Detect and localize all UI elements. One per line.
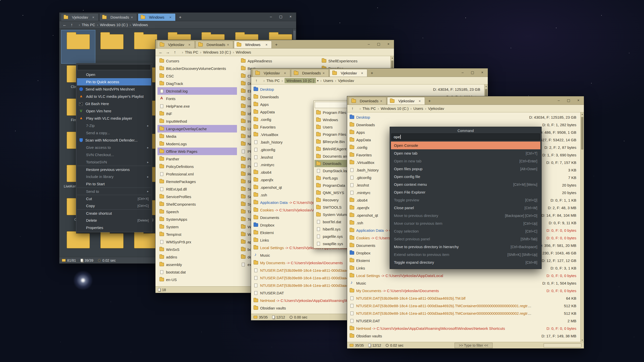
palette-search-input[interactable]: ope (391, 133, 540, 140)
tab-close-icon[interactable]: × (92, 15, 94, 19)
window-control-button[interactable]: – (266, 14, 275, 20)
file-row[interactable]: DtcInstall.log (157, 87, 237, 95)
file-row[interactable]: assembly (157, 261, 237, 268)
file-row[interactable]: LanguageOverlayCache (157, 125, 237, 132)
scroll-up-icon[interactable]: ▲ (391, 56, 394, 60)
file-row[interactable]: ServiceProfiles (157, 193, 237, 200)
file-row[interactable]: RemotePackages (157, 178, 237, 185)
file-row[interactable]: CSC (157, 72, 237, 80)
window-control-button[interactable]: – (554, 97, 563, 103)
palette-command-item[interactable]: Open config file (391, 173, 540, 180)
palette-command-item[interactable]: Open in new tab [Ctrl+Enter] (391, 157, 540, 165)
file-row[interactable]: NTUSER.DAT{53b39e88-18c4-11ea-a811-000d3… (347, 294, 580, 302)
file-row[interactable]: INF (157, 110, 237, 117)
nav-arrow-button[interactable]: ↑ (69, 23, 74, 27)
file-row[interactable]: PolicyDefinitions (157, 163, 237, 170)
file-row[interactable]: NTUSER.DAT 2 MB (347, 317, 580, 325)
scroll-up-icon[interactable]: ▲ (581, 112, 584, 116)
window-control-button[interactable]: × (286, 14, 295, 20)
window-control-button[interactable]: ▢ (468, 69, 477, 75)
breadcrumb-item[interactable]: › Windows 10 (C:) ▾ (198, 50, 231, 54)
file-row[interactable]: Desktop D: 43034, F: 125185, 23 GB (251, 85, 484, 93)
window-control-button[interactable]: ▢ (276, 14, 285, 20)
new-tab-button[interactable]: + (272, 41, 280, 48)
file-row[interactable]: NTUSER.DAT{53b39e88-18c4-11ea-a811-000d3… (347, 302, 580, 309)
tab-close-icon[interactable]: × (131, 15, 133, 19)
context-menu-filter-input[interactable] (77, 64, 151, 70)
tab[interactable]: Windows × (138, 13, 176, 21)
window-control-button[interactable]: – (458, 69, 467, 75)
breadcrumb-item[interactable]: › Windows ▾ (231, 50, 251, 54)
breadcrumb-item[interactable]: › Users ▾ (409, 106, 423, 111)
context-menu-item[interactable]: TortoiseSVN ▸ (77, 158, 151, 166)
tab-close-icon[interactable]: × (227, 43, 229, 47)
context-menu-item[interactable]: Include in library ▸ (77, 173, 151, 180)
folder-grid-item[interactable] (95, 229, 129, 257)
context-menu-item[interactable]: Copy [Ctrl+C] ▸ (77, 202, 151, 209)
window-control-button[interactable]: ▢ (374, 41, 383, 47)
file-row[interactable]: NTUSER.DAT{53b39e88-18c4-11ea-a811-000d3… (347, 309, 580, 317)
context-menu-item[interactable]: Send a copy... ▸ (77, 129, 151, 137)
tab-close-icon[interactable]: × (169, 15, 171, 19)
nav-arrow-button[interactable]: ← (62, 23, 67, 27)
file-row[interactable]: bootstat.dat (157, 268, 237, 276)
file-row[interactable]: Panther (157, 155, 237, 163)
window-control-button[interactable]: – (364, 41, 373, 47)
tab-close-icon[interactable]: × (380, 99, 382, 103)
file-row[interactable]: Offline Web Pages (157, 148, 237, 155)
context-menu-item[interactable]: Pin to Quick access ▸ (77, 78, 151, 85)
file-row[interactable]: Cursors (157, 57, 237, 65)
new-tab-button[interactable]: + (176, 14, 184, 21)
tab[interactable]: Vjekoslav × (387, 97, 425, 105)
context-menu-item[interactable]: Git Bash Here ▸ (77, 100, 151, 107)
palette-command-item[interactable]: Toggle expand directory [Ctrl+B] (391, 258, 540, 266)
context-menu-item[interactable]: Scan with Microsoft Defender... ▸ (77, 137, 151, 144)
tab[interactable]: Downloads × (195, 41, 233, 48)
context-menu-item[interactable]: Restore previous versions ▸ (77, 166, 151, 173)
palette-command-item[interactable]: Move cursor to previous item [Ctrl+Up] (391, 219, 540, 227)
context-menu-item[interactable]: Play with VLC media player ▸ (77, 115, 151, 122)
palette-command-item[interactable]: Extend selection to previous item [Shift… (391, 251, 540, 258)
context-menu-item[interactable]: Pin to Start ▸ (77, 180, 151, 188)
nav-arrow-button[interactable]: ↑ (350, 106, 355, 111)
breadcrumb-item[interactable]: › This PC ▾ (180, 50, 198, 54)
window-control-button[interactable]: × (384, 41, 393, 47)
breadcrumb-item[interactable]: › This PC ▾ (358, 106, 376, 111)
tab-close-icon[interactable]: × (265, 43, 267, 47)
file-row[interactable]: InputMethod (157, 117, 237, 125)
file-row[interactable]: en-US (157, 276, 237, 283)
tab-close-icon[interactable]: × (361, 71, 363, 75)
breadcrumb-item[interactable]: › Vjekoslav ▾ (333, 78, 354, 83)
nav-arrow-button[interactable]: ↑ (172, 50, 178, 55)
breadcrumb-item[interactable]: › Windows 10 (C:) ▾ (95, 23, 128, 27)
file-row[interactable]: SystemApps (157, 215, 237, 223)
tab-close-icon[interactable]: × (419, 99, 421, 103)
context-menu-item[interactable]: Add to VLC media player's Playlist ▸ (77, 93, 151, 100)
tab-close-icon[interactable]: × (284, 71, 286, 75)
palette-command-item[interactable]: Toggle preview [Ctrl+Q] (391, 196, 540, 204)
scrollbar-thumb[interactable] (581, 117, 583, 150)
context-menu-item[interactable]: Delete [Delete] ▸ (77, 217, 151, 224)
tab-close-icon[interactable]: × (188, 43, 190, 47)
new-tab-button[interactable]: + (368, 69, 376, 77)
file-row[interactable]: TempInst (157, 231, 237, 238)
tab[interactable]: Windows × (234, 41, 272, 48)
tab[interactable]: Vjekoslav × (330, 69, 367, 77)
file-row[interactable]: NetHood -> C:\Users\Vjekoslav\AppData\Ro… (347, 325, 580, 332)
file-row[interactable]: My Documents -> C:\Users\Vjekoslav\Docum… (347, 287, 580, 294)
file-row[interactable]: Local Settings -> C:\Users\Vjekoslav\App… (347, 272, 580, 279)
breadcrumb-item[interactable]: › Windows 10 (C:) ▾ (376, 106, 409, 111)
breadcrumb-item[interactable]: › Vjekoslav ▾ (423, 106, 444, 111)
file-row[interactable]: Music D: 0, F: 1, 504 bytes (347, 279, 580, 287)
context-menu-item[interactable]: Open ▸ (77, 71, 151, 78)
context-menu-item[interactable]: 7-Zip ▸ (77, 122, 151, 129)
context-menu-item[interactable]: Open Vim here ▸ (77, 107, 151, 115)
file-row[interactable]: AppReadiness (239, 57, 318, 65)
file-row[interactable]: HelpPane.exe (157, 102, 237, 110)
file-row[interactable]: RtlExUpd.dll (157, 185, 237, 193)
scrollbar[interactable]: ▲ ▼ (580, 112, 584, 342)
context-menu-item[interactable]: Send to ▸ (77, 188, 151, 195)
window-control-button[interactable]: × (574, 97, 583, 103)
palette-command-item[interactable]: Copy selection [Ctrl+C] (391, 227, 540, 235)
tab[interactable]: Vjekoslav × (61, 13, 99, 21)
